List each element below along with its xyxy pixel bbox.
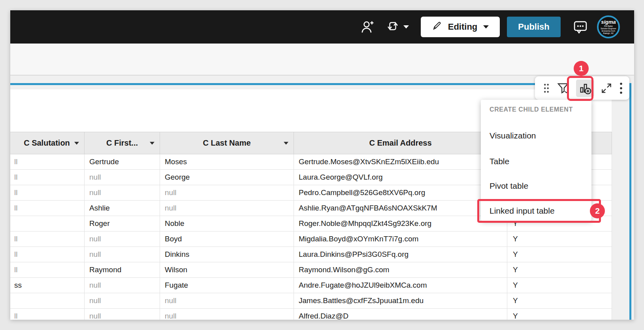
filter-icon[interactable] bbox=[556, 82, 570, 95]
table-cell[interactable]: null bbox=[85, 293, 160, 309]
publish-button[interactable]: Publish bbox=[507, 17, 561, 37]
table-cell[interactable]: Y bbox=[507, 247, 612, 262]
maximize-icon[interactable] bbox=[600, 82, 613, 95]
editing-mode-button[interactable]: Editing bbox=[421, 17, 500, 37]
table-cell[interactable]: ll bbox=[10, 231, 85, 247]
table-cell[interactable]: Pedro.Campbell@526Ge8tXV6Pq.org bbox=[294, 185, 507, 201]
comments-button[interactable] bbox=[572, 19, 589, 35]
editing-dropdown-caret bbox=[483, 25, 489, 28]
table-cell[interactable]: James.Battles@cxfFZsJpuuat1m.edu bbox=[294, 293, 507, 309]
person-plus-icon bbox=[360, 19, 375, 34]
table-cell[interactable]: Dinkins bbox=[160, 247, 294, 262]
table-cell[interactable]: ll bbox=[10, 154, 85, 170]
table-cell[interactable]: ll bbox=[10, 170, 85, 185]
table-cell[interactable]: Gertrude.Moses@XtvSKnEZm5lXEiib.edu bbox=[294, 154, 507, 170]
table-row: nullnullJames.Battles@cxfFZsJpuuat1m.edu… bbox=[10, 293, 612, 309]
table-cell[interactable]: null bbox=[160, 185, 294, 201]
table-row: llRaymondWilsonRaymond.Wilson@gG.comY bbox=[10, 262, 612, 278]
table-cell[interactable]: Wilson bbox=[160, 262, 294, 278]
table-cell[interactable]: null bbox=[85, 309, 160, 320]
table-cell[interactable]: Ashlie bbox=[85, 201, 160, 216]
menu-item-pivot-table[interactable]: Pivot table bbox=[481, 179, 591, 193]
column-header-label: C Salutation bbox=[24, 138, 70, 147]
table-cell[interactable]: ll bbox=[10, 262, 85, 278]
column-header-label: C Email Address bbox=[369, 138, 431, 147]
menu-header: CREATE CHILD ELEMENT bbox=[490, 106, 588, 113]
element-toolbar bbox=[535, 76, 629, 100]
table-cell[interactable]: Alfred.Diaz@D bbox=[294, 309, 507, 320]
table-cell[interactable]: ll bbox=[10, 247, 85, 262]
avatar-line: Raleigh, NC bbox=[603, 32, 614, 34]
table-cell[interactable]: Boyd bbox=[160, 231, 294, 247]
sync-dropdown-caret[interactable] bbox=[403, 25, 409, 28]
create-child-element-icon[interactable] bbox=[576, 80, 594, 97]
table-cell[interactable]: null bbox=[85, 185, 160, 201]
table-cell[interactable]: ll bbox=[10, 185, 85, 201]
comment-bubble-icon bbox=[572, 19, 589, 35]
table-cell[interactable]: Ashlie.Ryan@ATgqNFBA6sNOAXSkK7M bbox=[294, 201, 507, 216]
table-cell[interactable]: Roger.Noble@MhpqqIZkt4Sg923Ke.org bbox=[294, 216, 507, 231]
column-menu-caret-icon[interactable] bbox=[150, 142, 154, 144]
table-cell[interactable]: Y bbox=[507, 231, 612, 247]
more-options-icon[interactable] bbox=[619, 82, 623, 95]
table-cell[interactable] bbox=[10, 293, 85, 309]
table-row: llnullnullAlfred.Diaz@DY bbox=[10, 309, 612, 320]
table-cell[interactable]: Y bbox=[507, 309, 612, 320]
table-cell[interactable]: Moses bbox=[160, 154, 294, 170]
table-cell[interactable]: null bbox=[85, 247, 160, 262]
table-cell[interactable]: Y bbox=[507, 278, 612, 293]
table-cell[interactable]: null bbox=[85, 278, 160, 293]
table-cell[interactable]: Laura.Dinkins@PPsi3G0SFq.org bbox=[294, 247, 507, 262]
avatar-brand-text: sigma bbox=[601, 19, 616, 25]
top-app-bar: Editing Publish sigma Phil Ballei Soluti… bbox=[10, 10, 634, 44]
table-cell[interactable]: null bbox=[85, 170, 160, 185]
table-row: llnullDinkinsLaura.Dinkins@PPsi3G0SFq.or… bbox=[10, 247, 612, 262]
table-cell[interactable]: null bbox=[85, 231, 160, 247]
column-header-c-first[interactable]: C First... bbox=[85, 132, 160, 154]
table-cell[interactable]: Raymond.Wilson@gG.com bbox=[294, 262, 507, 278]
table-cell[interactable]: Roger bbox=[85, 216, 160, 231]
table-cell[interactable]: Raymond bbox=[85, 262, 160, 278]
column-header-c-salutation[interactable]: C Salutation bbox=[10, 132, 85, 154]
refresh-data-button[interactable] bbox=[386, 19, 409, 35]
table-row: llnullBoydMigdalia.Boyd@xOYmKnT7i7g.comY bbox=[10, 231, 612, 247]
menu-item-visualization[interactable]: Visualization bbox=[481, 129, 591, 142]
drag-handle-icon[interactable] bbox=[543, 82, 550, 94]
pencil-icon bbox=[432, 21, 442, 33]
element-selection-border-right bbox=[629, 83, 631, 320]
sync-icon bbox=[386, 19, 400, 35]
table-cell[interactable]: null bbox=[160, 201, 294, 216]
column-header-label: C Last Name bbox=[203, 138, 250, 147]
table-cell[interactable]: George bbox=[160, 170, 294, 185]
column-menu-caret-icon[interactable] bbox=[74, 142, 79, 144]
table-row: ssnullFugateAndre.Fugate@hoJZUl9eibXMCa.… bbox=[10, 278, 612, 293]
workbook-header-strip bbox=[10, 44, 634, 76]
app-window: Editing Publish sigma Phil Ballei Soluti… bbox=[10, 10, 634, 320]
column-menu-caret-icon[interactable] bbox=[284, 142, 288, 144]
table-cell[interactable]: Laura.George@QVLf.org bbox=[294, 170, 507, 185]
table-cell[interactable]: Noble bbox=[160, 216, 294, 231]
table-cell[interactable]: Fugate bbox=[160, 278, 294, 293]
table-cell[interactable]: Y bbox=[507, 293, 612, 309]
create-child-element-menu: CREATE CHILD ELEMENT Visualization Table… bbox=[481, 100, 591, 221]
user-avatar[interactable]: sigma Phil Ballei Solution Engineer Ente… bbox=[597, 15, 620, 38]
editing-label: Editing bbox=[448, 22, 478, 32]
table-cell[interactable]: Gertrude bbox=[85, 154, 160, 170]
table-cell[interactable]: Migdalia.Boyd@xOYmKnT7i7g.com bbox=[294, 231, 507, 247]
table-cell[interactable]: ll bbox=[10, 201, 85, 216]
table-cell[interactable]: null bbox=[160, 309, 294, 320]
column-header-c-email-address[interactable]: C Email Address bbox=[294, 132, 507, 154]
menu-item-linked-input-table[interactable]: Linked input table bbox=[481, 204, 591, 218]
column-header-c-last-name[interactable]: C Last Name bbox=[160, 132, 294, 154]
table-cell[interactable] bbox=[10, 216, 85, 231]
table-cell[interactable]: Y bbox=[507, 262, 612, 278]
add-collaborator-button[interactable] bbox=[360, 19, 375, 34]
menu-item-table[interactable]: Table bbox=[481, 155, 591, 168]
table-cell[interactable]: ll bbox=[10, 309, 85, 320]
table-cell[interactable]: Andre.Fugate@hoJZUl9eibXMCa.com bbox=[294, 278, 507, 293]
column-header-label: C First... bbox=[106, 138, 138, 147]
table-cell[interactable]: null bbox=[160, 293, 294, 309]
table-cell[interactable]: ss bbox=[10, 278, 85, 293]
